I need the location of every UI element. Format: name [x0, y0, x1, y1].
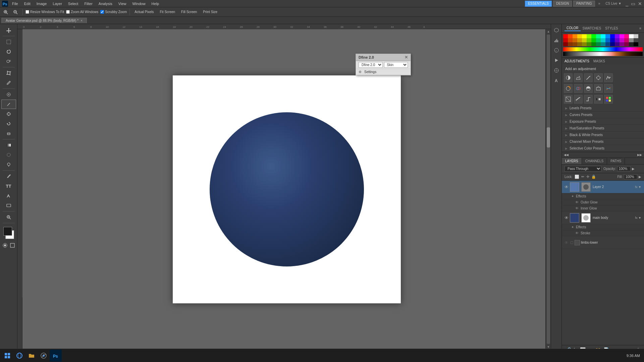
lock-all-btn[interactable]: 🔒 — [591, 175, 596, 179]
masks-tab[interactable]: MASKS — [593, 59, 605, 63]
layer2-fx-btn[interactable]: fx ▼ — [635, 185, 641, 189]
marquee-tool[interactable] — [1, 37, 16, 47]
swatch-olive[interactable] — [582, 38, 587, 42]
swatch-maroon[interactable] — [563, 42, 568, 46]
layers-tab-paths[interactable]: PATHS — [607, 158, 625, 164]
v-scroll-up[interactable]: ▲ — [546, 29, 551, 34]
swatch-mint[interactable] — [596, 38, 601, 42]
crop-tool[interactable] — [1, 68, 16, 78]
opacity-input[interactable] — [617, 166, 631, 171]
menu-layer[interactable]: Layer — [50, 1, 65, 6]
shape-tool[interactable] — [1, 201, 16, 210]
fill-screen-btn[interactable]: Fill Screen — [179, 8, 199, 16]
swatch-dark-olive[interactable] — [582, 42, 587, 46]
channel-mixer-presets-item[interactable]: ▶ Channel Mixer Presets — [562, 138, 644, 145]
extend-workspaces-btn[interactable]: » — [598, 2, 600, 5]
restore-btn[interactable]: ▭ — [631, 1, 635, 6]
healing-brush-tool[interactable] — [1, 90, 16, 99]
icon-strip-btn-6[interactable]: A — [552, 76, 561, 85]
dfine-profile-select[interactable]: Dfine 2.0 — [359, 62, 383, 68]
history-brush-tool[interactable] — [1, 119, 16, 128]
blur-tool[interactable] — [1, 150, 16, 160]
zoom-in-btn[interactable] — [1, 8, 10, 16]
limbs-lower-visibility[interactable]: 👁 — [565, 240, 569, 245]
taskbar-ie-btn[interactable] — [13, 350, 25, 362]
pen-tool[interactable] — [1, 172, 16, 181]
clone-stamp-tool[interactable] — [1, 109, 16, 119]
swatch-dark-teal[interactable] — [601, 42, 605, 46]
levels-icon[interactable] — [574, 73, 583, 82]
invert-icon[interactable] — [564, 95, 573, 104]
hue-sat-icon[interactable] — [564, 84, 573, 93]
menu-window[interactable]: Window — [129, 1, 148, 6]
swatch-spring[interactable] — [596, 34, 601, 38]
color-shade-bar[interactable] — [563, 52, 643, 56]
swatch-green2[interactable] — [591, 38, 596, 42]
swatch-dark-gold[interactable] — [577, 42, 582, 46]
brush-tool[interactable] — [1, 100, 16, 109]
vibrance-icon[interactable] — [604, 73, 613, 82]
gradient-map-icon[interactable] — [594, 95, 603, 104]
swatch-brown2[interactable] — [573, 42, 577, 46]
curves-icon[interactable] — [584, 73, 593, 82]
limbs-lower-expand[interactable] — [571, 241, 573, 244]
layer2-outer-glow[interactable]: 👁 Outer Glow — [562, 199, 644, 205]
swatch-purple2[interactable] — [620, 38, 624, 42]
swatch-dark-green[interactable] — [591, 42, 596, 46]
swatch-dark-navy[interactable] — [610, 42, 615, 46]
levels-presets-item[interactable]: ▶ Levels Presets — [562, 105, 644, 112]
quick-select-tool[interactable] — [1, 57, 16, 66]
lock-transparent-btn[interactable]: ⬜ — [575, 175, 579, 179]
swatch-red[interactable] — [563, 34, 568, 38]
icon-strip-btn-1[interactable] — [552, 25, 561, 35]
swatch-yellow[interactable] — [577, 34, 582, 38]
swatch-dark-blue[interactable] — [610, 38, 615, 42]
swatch-dark-gray[interactable] — [634, 38, 638, 42]
swatch-dark-purple[interactable] — [615, 42, 620, 46]
brightness-contrast-icon[interactable] — [564, 73, 573, 82]
text-tool[interactable]: T T — [1, 181, 16, 191]
layer-item-limbs-lower[interactable]: 👁 limbs-lower — [562, 236, 644, 249]
exposure-presets-item[interactable]: ▶ Exposure Presets — [562, 118, 644, 125]
eraser-tool[interactable] — [1, 129, 16, 138]
minimize-btn[interactable]: ⎯ — [626, 1, 628, 6]
scrubby-zoom-checkbox[interactable]: Scrubby Zoom — [100, 10, 127, 14]
eyedropper-tool[interactable] — [1, 78, 16, 87]
layers-tab-layers[interactable]: LAYERS — [562, 158, 582, 164]
print-size-btn[interactable]: Print Size — [201, 8, 219, 16]
opacity-arrow[interactable]: ▶ — [632, 167, 635, 171]
hue-sat-presets-item[interactable]: ▶ Hue/Saturation Presets — [562, 125, 644, 132]
swatch-teal[interactable] — [601, 38, 605, 42]
main-body-visibility[interactable]: 👁 — [565, 216, 569, 220]
taskbar-windows-btn[interactable] — [1, 350, 13, 362]
fill-input[interactable]: 100% — [624, 174, 637, 179]
lasso-tool[interactable] — [1, 47, 16, 56]
path-select-tool[interactable] — [1, 191, 16, 200]
canvas-container[interactable] — [22, 29, 551, 349]
swatch-plum[interactable] — [620, 42, 624, 46]
menu-image[interactable]: Image — [34, 1, 50, 6]
swatch-green[interactable] — [591, 34, 596, 38]
zoom-out-btn[interactable] — [11, 8, 20, 16]
icon-strip-btn-2[interactable] — [552, 36, 561, 45]
actual-pixels-btn[interactable]: Actual Pixels — [132, 8, 156, 16]
swatch-magenta[interactable] — [620, 34, 624, 38]
menu-help[interactable]: Help — [149, 1, 162, 6]
swatch-yellow2[interactable] — [582, 34, 587, 38]
swatch-forest[interactable] — [596, 42, 601, 46]
layer2-inner-glow[interactable]: 👁 Inner Glow — [562, 205, 644, 212]
main-body-stroke[interactable]: 👁 Stroke — [562, 230, 644, 236]
color-balance-icon[interactable] — [574, 84, 583, 93]
adjustments-tab[interactable]: ADJUSTMENTS — [565, 59, 589, 63]
resize-windows-input[interactable] — [25, 10, 29, 14]
scrubby-zoom-input[interactable] — [100, 10, 104, 14]
swatch-navy[interactable] — [605, 42, 610, 46]
taskbar-photoshop-btn[interactable]: Ps — [50, 350, 62, 362]
inner-glow-visibility[interactable]: 👁 — [575, 206, 579, 210]
vertical-scrollbar[interactable]: ▲ ▼ — [545, 29, 551, 349]
menu-file[interactable]: File — [9, 1, 21, 6]
main-body-fx-btn[interactable]: fx ▼ — [635, 216, 641, 220]
zoom-all-input[interactable] — [66, 10, 70, 14]
curves-presets-item[interactable]: ▶ Curves Presets — [562, 112, 644, 118]
swatch-orange-red[interactable] — [568, 34, 573, 38]
